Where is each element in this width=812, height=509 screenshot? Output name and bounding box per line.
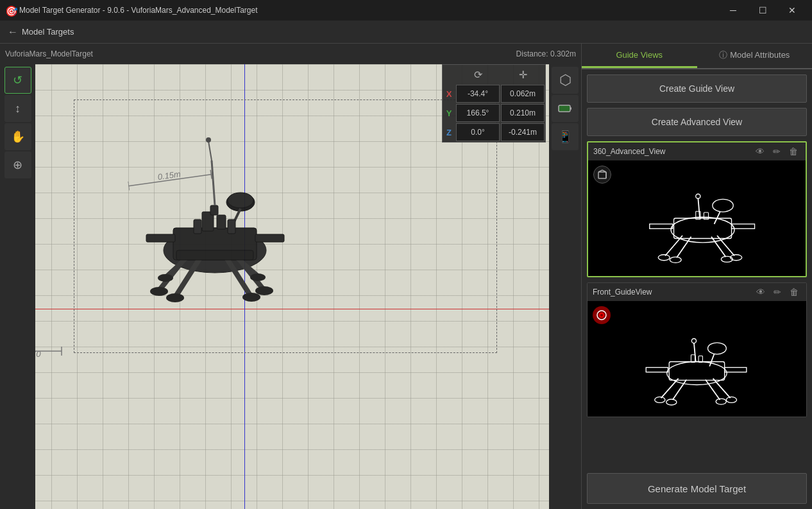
y-axis-label: Y	[443, 108, 455, 118]
x-axis-label: X	[443, 89, 455, 99]
svg-rect-37	[570, 107, 571, 110]
box-indicator-icon	[596, 169, 608, 180]
battery-icon	[558, 104, 572, 113]
svg-point-61	[597, 311, 606, 320]
view-card-front-preview	[588, 301, 806, 417]
crosshair-tool-button[interactable]: ⊕	[4, 151, 31, 178]
view-front-eye-button[interactable]: 👁	[754, 285, 768, 299]
svg-rect-31	[228, 220, 235, 234]
viewport-right-toolbar: ⬡ 📱	[549, 64, 581, 509]
tab-guide-views[interactable]: Guide Views	[582, 44, 697, 68]
svg-rect-29	[255, 234, 284, 242]
svg-line-33	[208, 141, 212, 160]
maximize-button[interactable]: ☐	[748, 0, 777, 21]
viewport-topbar: VuforiaMars_ModelTarget Distance: 0.302m	[0, 44, 581, 64]
move-vertical-tool-button[interactable]: ↕	[4, 95, 31, 122]
model-attributes-info-icon: ⓘ	[719, 49, 727, 61]
view-front-edit-button[interactable]: ✏	[770, 285, 784, 299]
y-pos-value[interactable]: 0.210m	[501, 104, 545, 122]
view-card-front-title: Front_GuideView	[593, 288, 652, 297]
create-guide-view-button[interactable]: Create Guide View	[587, 74, 807, 103]
svg-rect-35	[176, 250, 253, 260]
distance-value: 0.302m	[550, 49, 576, 58]
distance-label: Distance:	[516, 49, 548, 58]
battery-view-button[interactable]	[552, 95, 579, 122]
generate-model-target-button[interactable]: Generate Model Target	[587, 473, 807, 504]
titlebar-left: 🎯 Model Target Generator - 9.0.6 - Vufor…	[5, 5, 258, 15]
distance-info: Distance: 0.302m	[516, 49, 576, 58]
svg-point-20	[158, 274, 173, 282]
svg-rect-36	[559, 105, 570, 112]
view-card-360-preview	[588, 160, 806, 276]
left-toolbar: ↺ ↕ ✋ ⊕	[0, 64, 35, 509]
camera-move-icon-btn[interactable]: ✛	[512, 64, 533, 85]
coords-panel: ⟳ ✛ X -34.4° 0.062m Y 166.5° 0.210m Z 0.…	[442, 64, 546, 142]
svg-point-21	[250, 273, 266, 281]
svg-line-32	[212, 160, 215, 205]
model-3d-view	[71, 103, 359, 334]
z-angle-value[interactable]: 0.0°	[456, 123, 500, 141]
titlebar: 🎯 Model Target Generator - 9.0.6 - Vufor…	[0, 0, 812, 21]
model-attributes-tab-label: Model Attributes	[730, 50, 790, 60]
guide-views-tab-label: Guide Views	[616, 50, 663, 60]
svg-point-19	[242, 293, 260, 302]
view-card-360-header: 360_Advanced_View 👁 ✏ 🗑	[588, 142, 806, 160]
view-360-delete-button[interactable]: 🗑	[786, 144, 800, 159]
view-front-delete-button[interactable]: 🗑	[787, 285, 801, 299]
titlebar-title: Model Target Generator - 9.0.6 - Vuforia…	[19, 6, 258, 15]
topnav: ← Model Targets	[0, 21, 812, 44]
svg-point-34	[206, 137, 211, 142]
close-button[interactable]: ✕	[777, 0, 807, 21]
svg-rect-23	[217, 215, 226, 229]
tab-model-attributes[interactable]: ⓘ Model Attributes	[697, 44, 813, 68]
svg-rect-63	[610, 307, 783, 411]
back-arrow-icon: ←	[8, 26, 18, 38]
panel-content: Create Guide View Create Advanced View 3…	[582, 69, 812, 468]
svg-point-17	[166, 293, 184, 302]
svg-point-18	[255, 286, 273, 295]
z-pos-value[interactable]: -0.241m	[501, 123, 545, 141]
svg-rect-38	[598, 172, 606, 178]
view-360-indicator	[593, 166, 611, 184]
view-card-front-guide: Front_GuideView 👁 ✏ 🗑	[587, 282, 807, 417]
viewport-container[interactable]: 0.15m 0.13m	[0, 64, 581, 509]
svg-point-16	[150, 287, 168, 296]
view-360-edit-button[interactable]: ✏	[770, 144, 784, 159]
minimize-button[interactable]: ─	[718, 0, 748, 21]
svg-point-26	[228, 193, 253, 208]
model-name: VuforiaMars_ModelTarget	[5, 49, 93, 58]
svg-rect-24	[210, 205, 218, 215]
app-icon: 🎯	[5, 5, 15, 15]
view-card-360-title: 360_Advanced_View	[593, 147, 666, 156]
back-button[interactable]: ← Model Targets	[8, 26, 74, 38]
back-label: Model Targets	[22, 27, 74, 37]
svg-rect-30	[194, 220, 201, 234]
x-angle-value[interactable]: -34.4°	[456, 85, 500, 103]
view-card-360-actions: 👁 ✏ 🗑	[753, 144, 800, 159]
y-angle-value[interactable]: 166.5°	[456, 104, 500, 122]
camera-orbit-icon-btn[interactable]: ⟳	[468, 64, 488, 85]
circle-indicator-icon	[596, 309, 607, 321]
x-pos-value[interactable]: 0.062m	[501, 85, 545, 103]
main-content: VuforiaMars_ModelTarget Distance: 0.302m…	[0, 44, 812, 509]
z-axis-label: Z	[443, 128, 455, 137]
viewport-area: VuforiaMars_ModelTarget Distance: 0.302m…	[0, 44, 581, 509]
rover-sketch-360	[599, 166, 795, 270]
create-advanced-view-button[interactable]: Create Advanced View	[587, 108, 807, 136]
svg-point-62	[600, 313, 604, 317]
mobile-view-button[interactable]: 📱	[552, 123, 579, 150]
right-panel: Guide Views ⓘ Model Attributes Create Gu…	[581, 44, 812, 509]
pan-tool-button[interactable]: ✋	[4, 123, 31, 150]
tabs: Guide Views ⓘ Model Attributes	[582, 44, 812, 69]
rotate-tool-button[interactable]: ↺	[4, 67, 31, 94]
svg-rect-28	[146, 234, 175, 242]
view-card-360-advanced: 360_Advanced_View 👁 ✏ 🗑	[587, 141, 807, 277]
vr-view-button[interactable]: ⬡	[552, 67, 579, 94]
view-card-front-actions: 👁 ✏ 🗑	[754, 285, 801, 299]
view-card-front-header: Front_GuideView 👁 ✏ 🗑	[588, 283, 806, 301]
view-front-indicator	[593, 306, 611, 324]
rover-sketch-front	[598, 307, 795, 411]
titlebar-controls[interactable]: ─ ☐ ✕	[718, 0, 807, 21]
view-360-eye-button[interactable]: 👁	[753, 144, 767, 159]
